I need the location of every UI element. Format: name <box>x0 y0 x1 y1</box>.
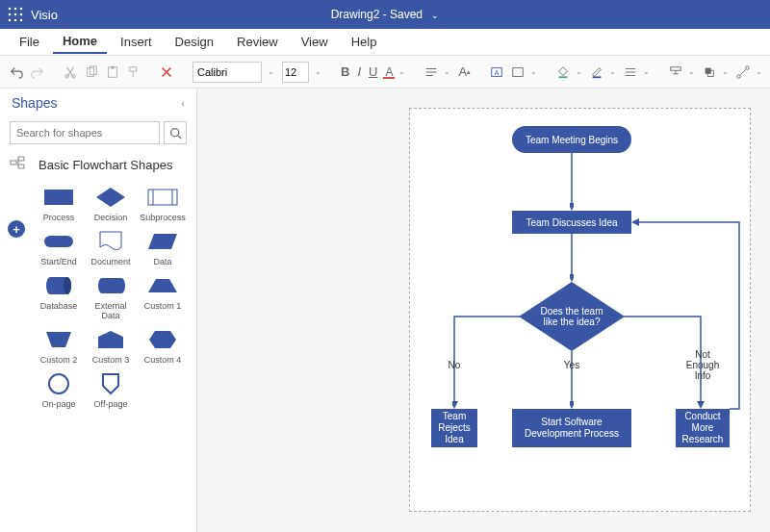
line-color-button[interactable] <box>590 63 603 82</box>
shape-external-data[interactable]: External Data <box>87 274 135 320</box>
font-family-select[interactable] <box>192 62 262 83</box>
shape-custom-4[interactable]: Custom 4 <box>139 328 187 365</box>
shapes-title: Shapes <box>12 95 57 111</box>
svg-marker-32 <box>96 188 125 207</box>
delete-button[interactable] <box>160 63 173 82</box>
shape-process[interactable]: Process <box>35 186 83 222</box>
flowchart-node-start-dev[interactable]: Start Software Development Process <box>512 409 631 447</box>
shapes-gallery: Process Decision Subprocess Start/End Do… <box>0 182 196 413</box>
increase-size-button[interactable]: A▴ <box>458 63 471 82</box>
svg-point-0 <box>9 8 12 11</box>
svg-rect-19 <box>593 76 602 78</box>
italic-button[interactable]: I <box>357 63 361 82</box>
shape-style-button[interactable] <box>511 63 525 82</box>
menu-design[interactable]: Design <box>166 31 223 53</box>
menu-help[interactable]: Help <box>342 31 387 53</box>
svg-rect-14 <box>111 65 115 68</box>
underline-button[interactable]: U <box>369 63 377 82</box>
svg-point-23 <box>737 74 741 78</box>
svg-point-27 <box>170 128 178 136</box>
format-painter-button[interactable] <box>127 63 141 82</box>
stencil-header[interactable]: Basic Flowchart Shapes <box>0 152 196 182</box>
chevron-down-icon: ⌄ <box>609 67 616 76</box>
svg-point-7 <box>14 19 17 22</box>
shape-custom-3[interactable]: Custom 3 <box>87 328 135 365</box>
menu-home[interactable]: Home <box>53 30 107 54</box>
chevron-down-icon: ⌄ <box>530 67 537 76</box>
search-button[interactable] <box>164 121 187 144</box>
flowchart-node-start[interactable]: Team Meeting Begins <box>512 126 631 153</box>
document-title-text: Drawing2 - Saved <box>331 8 423 21</box>
branch-label-yes: Yes <box>562 360 581 370</box>
svg-rect-36 <box>44 236 73 247</box>
chevron-down-icon: ⌄ <box>444 67 450 76</box>
svg-marker-45 <box>103 374 118 393</box>
svg-point-3 <box>9 13 12 16</box>
text-box-button[interactable]: A <box>490 63 503 82</box>
menu-view[interactable]: View <box>292 31 338 53</box>
shapes-panel-header: Shapes ‹ <box>0 89 196 117</box>
shape-decision[interactable]: Decision <box>87 186 135 222</box>
svg-point-39 <box>64 277 71 294</box>
svg-point-2 <box>20 8 23 11</box>
bring-front-button[interactable] <box>703 63 716 82</box>
font-color-button[interactable]: A <box>385 63 393 82</box>
document-title[interactable]: Drawing2 - Saved ⌄ <box>331 8 440 21</box>
shape-document[interactable]: Document <box>87 230 135 266</box>
menu-review[interactable]: Review <box>227 31 288 53</box>
svg-rect-30 <box>18 165 24 168</box>
svg-marker-42 <box>98 331 123 348</box>
chevron-down-icon: ⌄ <box>268 67 274 76</box>
search-icon <box>169 127 182 139</box>
bold-button[interactable]: B <box>341 63 349 82</box>
connector-button[interactable] <box>736 63 750 82</box>
shape-custom-1[interactable]: Custom 1 <box>139 274 187 320</box>
drawing-page[interactable]: Team Meeting Begins Team Discusses Idea … <box>409 108 751 512</box>
svg-rect-31 <box>44 190 73 205</box>
shape-subprocess[interactable]: Subprocess <box>139 186 187 222</box>
stencil-title: Basic Flowchart Shapes <box>38 158 172 172</box>
undo-button[interactable] <box>10 63 23 82</box>
chevron-down-icon: ⌄ <box>431 11 439 20</box>
collapse-sidebar-button[interactable]: ‹ <box>181 97 185 109</box>
menu-insert[interactable]: Insert <box>111 31 162 53</box>
flowchart-node-research[interactable]: Conduct More Research <box>676 409 730 447</box>
toolbar: ⌄ ⌄ B I U A⌄ ⌄ A▴ A ⌄ ⌄ ⌄ ⌄ ⌄ ⌄ ⌄ ⌄ ⌄ <box>0 56 770 89</box>
svg-rect-29 <box>18 157 24 161</box>
svg-point-1 <box>14 8 17 11</box>
shape-off-page[interactable]: Off-page <box>87 372 135 409</box>
shape-custom-2[interactable]: Custom 2 <box>35 328 83 365</box>
flowchart-node-decision[interactable]: Does the team like the idea? <box>519 282 625 351</box>
redo-button[interactable] <box>31 63 44 82</box>
font-size-select[interactable] <box>282 62 309 83</box>
line-weight-button[interactable] <box>624 63 637 82</box>
svg-rect-17 <box>513 67 524 76</box>
svg-marker-47 <box>570 203 574 211</box>
menu-file[interactable]: File <box>10 31 49 53</box>
svg-point-5 <box>20 13 23 16</box>
copy-button[interactable] <box>85 63 98 82</box>
search-shapes-input[interactable] <box>10 121 160 144</box>
shape-data[interactable]: Data <box>139 230 187 266</box>
svg-rect-28 <box>11 161 16 165</box>
paste-button[interactable] <box>106 63 119 82</box>
align-button[interactable] <box>424 63 438 82</box>
canvas[interactable]: Team Meeting Begins Team Discusses Idea … <box>197 89 770 532</box>
chevron-down-icon: ⌄ <box>315 67 321 76</box>
chevron-down-icon: ⌄ <box>756 67 762 76</box>
fill-color-button[interactable] <box>556 63 570 82</box>
svg-point-6 <box>9 19 12 22</box>
svg-marker-41 <box>46 332 71 347</box>
shape-on-page[interactable]: On-page <box>35 372 83 409</box>
svg-marker-55 <box>631 218 639 226</box>
flowchart-node-reject[interactable]: Team Rejects Idea <box>431 409 477 447</box>
flowchart-node-discuss[interactable]: Team Discusses Idea <box>512 211 631 234</box>
shape-database[interactable]: Database <box>35 274 83 320</box>
shape-start-end[interactable]: Start/End <box>35 230 83 266</box>
cut-button[interactable] <box>64 63 77 82</box>
arrange-button[interactable] <box>669 63 682 82</box>
svg-point-44 <box>49 374 68 393</box>
app-launcher-icon[interactable] <box>8 7 23 22</box>
titlebar: Visio Drawing2 - Saved ⌄ <box>0 0 770 29</box>
branch-label-no: No <box>445 360 464 370</box>
